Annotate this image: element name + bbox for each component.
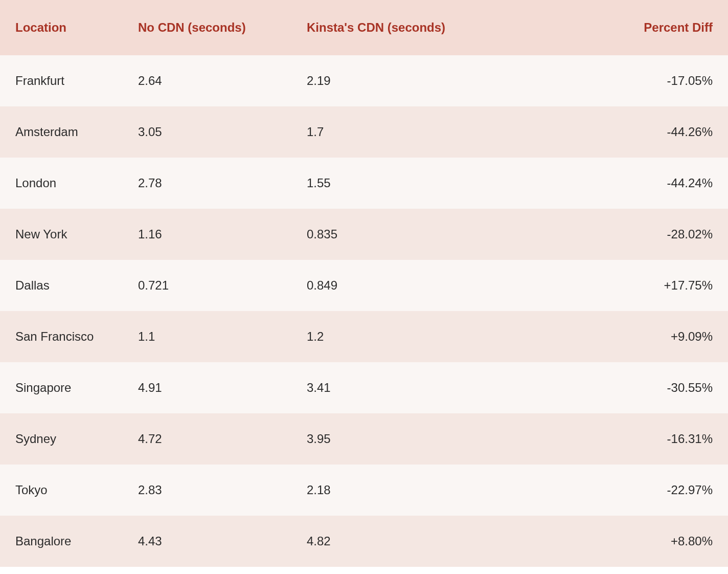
cell-kinsta-cdn: 1.7	[291, 106, 511, 158]
table-row: Frankfurt2.642.19-17.05%	[0, 55, 728, 106]
cell-location: Sydney	[0, 413, 123, 465]
cell-percent-diff: -22.97%	[511, 465, 728, 516]
cell-location: London	[0, 158, 123, 209]
cell-no-cdn: 4.72	[123, 413, 291, 465]
cell-no-cdn: 1.1	[123, 311, 291, 362]
cell-location: Dallas	[0, 260, 123, 311]
cell-kinsta-cdn: 0.849	[291, 260, 511, 311]
cell-percent-diff: +9.09%	[511, 311, 728, 362]
table-row: Dallas0.7210.849+17.75%	[0, 260, 728, 311]
cell-percent-diff: -28.02%	[511, 209, 728, 260]
table-row: San Francisco1.11.2+9.09%	[0, 311, 728, 362]
cell-no-cdn: 2.78	[123, 158, 291, 209]
cell-location: Frankfurt	[0, 55, 123, 106]
cell-percent-diff: -16.31%	[511, 413, 728, 465]
cell-kinsta-cdn: 1.55	[291, 158, 511, 209]
cell-no-cdn: 4.91	[123, 362, 291, 413]
table-row: London2.781.55-44.24%	[0, 158, 728, 209]
cell-no-cdn: 4.43	[123, 516, 291, 567]
header-no-cdn: No CDN (seconds)	[123, 0, 291, 55]
cell-percent-diff: -44.24%	[511, 158, 728, 209]
table-body: Frankfurt2.642.19-17.05%Amsterdam3.051.7…	[0, 55, 728, 567]
table-row: Tokyo2.832.18-22.97%	[0, 465, 728, 516]
cell-kinsta-cdn: 0.835	[291, 209, 511, 260]
header-kinsta-cdn: Kinsta's CDN (seconds)	[291, 0, 511, 55]
cell-no-cdn: 2.83	[123, 465, 291, 516]
cell-no-cdn: 3.05	[123, 106, 291, 158]
cell-location: Amsterdam	[0, 106, 123, 158]
cell-no-cdn: 0.721	[123, 260, 291, 311]
cell-percent-diff: +8.80%	[511, 516, 728, 567]
cell-kinsta-cdn: 3.95	[291, 413, 511, 465]
cell-location: Bangalore	[0, 516, 123, 567]
cell-kinsta-cdn: 3.41	[291, 362, 511, 413]
cell-percent-diff: +17.75%	[511, 260, 728, 311]
table-row: Amsterdam3.051.7-44.26%	[0, 106, 728, 158]
cdn-performance-table: Location No CDN (seconds) Kinsta's CDN (…	[0, 0, 728, 567]
cell-no-cdn: 2.64	[123, 55, 291, 106]
cell-no-cdn: 1.16	[123, 209, 291, 260]
header-location: Location	[0, 0, 123, 55]
cell-percent-diff: -17.05%	[511, 55, 728, 106]
table-header-row: Location No CDN (seconds) Kinsta's CDN (…	[0, 0, 728, 55]
cell-kinsta-cdn: 1.2	[291, 311, 511, 362]
cell-location: Singapore	[0, 362, 123, 413]
cell-location: Tokyo	[0, 465, 123, 516]
cell-location: San Francisco	[0, 311, 123, 362]
cell-percent-diff: -44.26%	[511, 106, 728, 158]
table-row: Singapore4.913.41-30.55%	[0, 362, 728, 413]
cell-kinsta-cdn: 2.18	[291, 465, 511, 516]
cell-kinsta-cdn: 4.82	[291, 516, 511, 567]
cell-percent-diff: -30.55%	[511, 362, 728, 413]
cell-location: New York	[0, 209, 123, 260]
cell-kinsta-cdn: 2.19	[291, 55, 511, 106]
table-row: Bangalore4.434.82+8.80%	[0, 516, 728, 567]
header-percent-diff: Percent Diff	[511, 0, 728, 55]
table-row: New York1.160.835-28.02%	[0, 209, 728, 260]
table-row: Sydney4.723.95-16.31%	[0, 413, 728, 465]
